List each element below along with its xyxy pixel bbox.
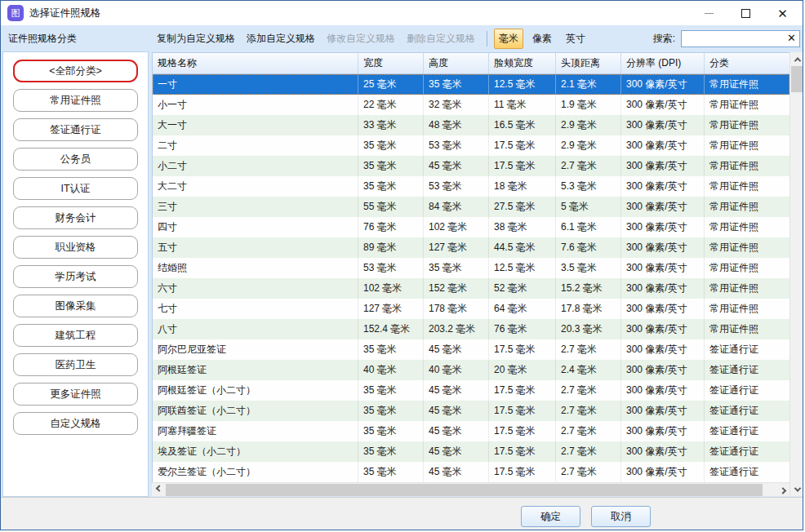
table-cell: 300 像素/英寸 <box>621 197 705 217</box>
sidebar-item-10[interactable]: 医药卫生 <box>13 353 138 376</box>
search-area: 搜索: ✕ <box>653 30 803 47</box>
table-cell: 签证通行证 <box>705 339 790 360</box>
table-cell: 300 像素/英寸 <box>621 360 705 380</box>
table-row[interactable]: 大一寸33 毫米48 毫米16.5 毫米2.9 毫米300 像素/英寸常用证件照 <box>153 115 789 135</box>
table-row[interactable]: 阿根廷签证（小二寸）35 毫米45 毫米17.5 毫米2.7 毫米300 像素/… <box>153 380 789 401</box>
horizontal-scrollbar[interactable] <box>152 482 789 496</box>
table-row[interactable]: 八寸152.4 毫米203.2 毫米76 毫米20.3 毫米300 像素/英寸常… <box>153 319 789 339</box>
column-header-2[interactable]: 高度 <box>424 53 489 73</box>
column-header-0[interactable]: 规格名称 <box>153 53 358 73</box>
sidebar-item-1[interactable]: 常用证件照 <box>13 89 138 112</box>
table-row[interactable]: 一寸25 毫米35 毫米12.5 毫米2.1 毫米300 像素/英寸常用证件照 <box>153 74 789 95</box>
table-row[interactable]: 阿尔巴尼亚签证35 毫米45 毫米17.5 毫米2.7 毫米300 像素/英寸签… <box>153 339 789 360</box>
table-cell: 300 像素/英寸 <box>621 462 705 482</box>
table-cell: 64 毫米 <box>489 299 556 319</box>
table-cell: 八寸 <box>153 319 358 339</box>
table-cell: 6.1 毫米 <box>556 217 621 237</box>
table-cell: 5 毫米 <box>556 197 621 217</box>
table-row[interactable]: 阿塞拜疆签证35 毫米45 毫米17.5 毫米2.7 毫米300 像素/英寸签证… <box>153 421 789 441</box>
table-cell: 11 毫米 <box>489 95 556 115</box>
sidebar-item-4[interactable]: IT认证 <box>13 177 138 200</box>
table-cell: 12.5 毫米 <box>489 74 556 95</box>
sidebar-item-7[interactable]: 学历考试 <box>13 265 138 288</box>
table-cell: 常用证件照 <box>705 258 790 278</box>
table-cell: 常用证件照 <box>705 156 790 176</box>
toolbar-actions: 复制为自定义规格添加自定义规格修改自定义规格删除自定义规格 <box>157 32 487 46</box>
close-button[interactable]: ✕ <box>764 1 801 25</box>
unit-toggle-0[interactable]: 毫米 <box>494 29 523 49</box>
sidebar-item-6[interactable]: 职业资格 <box>13 236 138 259</box>
table-cell: 300 像素/英寸 <box>621 319 705 339</box>
maximize-button[interactable] <box>727 1 764 25</box>
table-row[interactable]: 结婚照53 毫米35 毫米12.5 毫米3.5 毫米300 像素/英寸常用证件照 <box>153 258 789 278</box>
scroll-right-arrow[interactable] <box>776 483 789 497</box>
table-cell: 五寸 <box>153 237 358 258</box>
sidebar-item-2[interactable]: 签证通行证 <box>13 118 138 141</box>
vertical-scrollbar-thumb[interactable] <box>791 66 803 92</box>
table-cell: 常用证件照 <box>705 217 790 237</box>
table-cell: 300 像素/英寸 <box>621 278 705 299</box>
minimize-button[interactable] <box>691 1 727 25</box>
table-cell: 45 毫米 <box>424 441 489 462</box>
search-box: ✕ <box>681 30 800 47</box>
table-row[interactable]: 五寸89 毫米127 毫米44.5 毫米7.6 毫米300 像素/英寸常用证件照 <box>153 237 789 258</box>
scroll-left-arrow[interactable] <box>152 483 166 497</box>
search-clear-icon[interactable]: ✕ <box>785 32 798 44</box>
ok-button[interactable]: 确定 <box>521 506 580 527</box>
table-cell: 45 毫米 <box>424 380 489 401</box>
sidebar-item-8[interactable]: 图像采集 <box>13 295 138 317</box>
table-row[interactable]: 阿根廷签证40 毫米40 毫米20 毫米2.4 毫米300 像素/英寸签证通行证 <box>153 360 789 380</box>
horizontal-scrollbar-thumb[interactable] <box>166 484 763 496</box>
table-cell: 300 像素/英寸 <box>621 401 705 421</box>
sidebar-item-5[interactable]: 财务会计 <box>13 206 138 229</box>
column-header-1[interactable]: 宽度 <box>358 53 424 73</box>
search-input[interactable] <box>681 30 800 47</box>
column-header-6[interactable]: 分类 <box>705 53 790 73</box>
sidebar-item-11[interactable]: 更多证件照 <box>13 383 138 406</box>
table-row[interactable]: 爱尔兰签证（小二寸）35 毫米45 毫米17.5 毫米2.7 毫米300 像素/… <box>153 462 789 482</box>
table-cell: 52 毫米 <box>489 278 556 299</box>
column-header-3[interactable]: 脸颊宽度 <box>489 53 556 73</box>
table-cell: 203.2 毫米 <box>424 319 489 339</box>
table-row[interactable]: 小一寸22 毫米32 毫米11 毫米1.9 毫米300 像素/英寸常用证件照 <box>153 95 789 115</box>
table-cell: 16.5 毫米 <box>489 115 556 135</box>
table-row[interactable]: 六寸102 毫米152 毫米52 毫米15.2 毫米300 像素/英寸常用证件照 <box>153 278 789 299</box>
table-row[interactable]: 阿联酋签证（小二寸）35 毫米45 毫米17.5 毫米2.7 毫米300 像素/… <box>153 401 789 421</box>
sidebar-item-0[interactable]: <全部分类> <box>13 60 138 82</box>
unit-toggle-1[interactable]: 像素 <box>527 29 557 49</box>
table-row[interactable]: 二寸35 毫米53 毫米17.5 毫米2.9 毫米300 像素/英寸常用证件照 <box>153 135 789 156</box>
window-controls: ✕ <box>691 1 801 25</box>
column-header-5[interactable]: 分辨率 (DPI) <box>621 53 705 73</box>
table-row[interactable]: 埃及签证（小二寸）35 毫米45 毫米17.5 毫米2.7 毫米300 像素/英… <box>153 441 789 462</box>
sidebar-item-9[interactable]: 建筑工程 <box>13 324 138 347</box>
table-row[interactable]: 三寸55 毫米84 毫米27.5 毫米5 毫米300 像素/英寸常用证件照 <box>153 197 789 217</box>
scroll-up-arrow[interactable] <box>790 52 803 66</box>
sidebar-item-3[interactable]: 公务员 <box>13 148 138 171</box>
table-cell: 127 毫米 <box>424 237 489 258</box>
sidebar-item-12[interactable]: 自定义规格 <box>13 412 138 435</box>
table-row[interactable]: 四寸76 毫米102 毫米38 毫米6.1 毫米300 像素/英寸常用证件照 <box>153 217 789 237</box>
maximize-icon <box>741 9 750 18</box>
unit-toggle-2[interactable]: 英寸 <box>561 29 590 49</box>
table-cell: 阿根廷签证（小二寸） <box>153 380 358 401</box>
scroll-down-arrow[interactable] <box>790 482 803 496</box>
table-cell: 17.5 毫米 <box>489 441 556 462</box>
toolbar-action-1[interactable]: 添加自定义规格 <box>247 32 315 46</box>
table-cell: 20 毫米 <box>489 360 556 380</box>
cancel-button[interactable]: 取消 <box>591 506 651 527</box>
toolbar-action-0[interactable]: 复制为自定义规格 <box>157 32 235 46</box>
table-row[interactable]: 小二寸35 毫米45 毫米17.5 毫米2.7 毫米300 像素/英寸常用证件照 <box>153 156 789 176</box>
table-cell: 阿塞拜疆签证 <box>153 421 358 441</box>
table-cell: 89 毫米 <box>358 237 424 258</box>
table-cell: 300 像素/英寸 <box>621 95 705 115</box>
table-cell: 55 毫米 <box>358 197 424 217</box>
table-row[interactable]: 大二寸35 毫米53 毫米18 毫米5.3 毫米300 像素/英寸常用证件照 <box>153 176 789 197</box>
table-cell: 35 毫米 <box>358 462 424 482</box>
search-label: 搜索: <box>653 32 675 46</box>
column-header-4[interactable]: 头顶距离 <box>556 53 621 73</box>
table-cell: 35 毫米 <box>358 421 424 441</box>
table-cell: 大二寸 <box>153 176 358 197</box>
vertical-scrollbar[interactable] <box>789 52 803 496</box>
app-icon: 图 <box>7 5 24 21</box>
table-row[interactable]: 七寸127 毫米178 毫米64 毫米17.8 毫米300 像素/英寸常用证件照 <box>153 299 789 319</box>
